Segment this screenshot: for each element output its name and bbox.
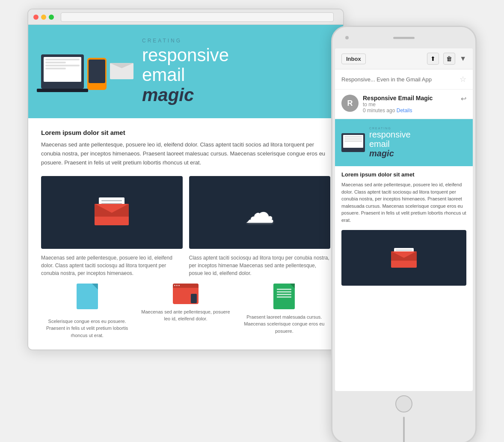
phone-title-magic: magic	[369, 149, 394, 158]
browser-phone	[191, 294, 197, 303]
phone-screen-line	[344, 136, 362, 137]
scene: CREATING responsive email magic Lorem ip…	[27, 9, 477, 442]
letter-line	[101, 200, 122, 201]
reply-icon[interactable]: ↩	[461, 95, 466, 103]
star-button[interactable]: ☆	[460, 75, 466, 84]
gmail-toolbar: Inbox ⬆ 🗑 ▼	[335, 48, 473, 69]
browser-dot-green[interactable]	[49, 15, 54, 20]
browser-dot-yellow[interactable]	[41, 15, 46, 20]
three-item-1: Scelerisque congue eros eu posuere. Prae…	[41, 284, 133, 339]
delete-icon: 🗑	[446, 55, 452, 62]
sender-to: to me	[363, 102, 457, 108]
email-sender-row: R Responsive Email Magic to me 0 minutes…	[335, 90, 473, 119]
phone-email-body: Lorem ipsum dolor sit amet Maecenas sed …	[335, 166, 473, 295]
phone-creating-label: CREATING	[369, 127, 466, 130]
section1-title: Lorem ipsum dolor sit amet	[41, 129, 330, 136]
three-col-section: Scelerisque congue eros eu posuere. Prae…	[41, 284, 330, 339]
home-button[interactable]	[395, 395, 412, 412]
screen-line	[45, 65, 80, 66]
col2-text: Class aptent taciti sociosqu ad litora t…	[189, 254, 331, 277]
gdoc-line	[277, 289, 291, 290]
screen-line	[45, 59, 80, 60]
device-phone	[87, 58, 107, 90]
small-envelope-icon	[391, 248, 417, 268]
three-item-2: Maecenas sed ante pellentesque, posuere …	[139, 284, 231, 339]
phone-title-email: email	[369, 139, 466, 149]
desktop-browser: CREATING responsive email magic Lorem ip…	[27, 9, 344, 350]
hero-title-email: email	[142, 65, 330, 85]
gdoc-icon	[273, 284, 295, 309]
laptop-screen	[44, 57, 81, 82]
item1-text: Scelerisque congue eros eu posuere. Prae…	[41, 318, 133, 339]
device-envelope	[110, 63, 133, 80]
phone-screen-line	[344, 138, 362, 140]
sender-info: Responsive Email Magic to me 0 minutes a…	[363, 95, 457, 113]
phone-img-block	[341, 230, 466, 286]
col2-image: ☁	[189, 176, 331, 249]
phone-camera	[345, 36, 349, 39]
section1-paragraph: Maecenas sed ante pellentesque, posuere …	[41, 140, 330, 167]
phone-mockup: Inbox ⬆ 🗑 ▼ Responsive... Even in the Gm…	[331, 26, 477, 442]
sender-name: Responsive Email Magic	[363, 95, 457, 102]
sender-avatar: R	[341, 95, 359, 112]
browser-titlebar	[28, 9, 343, 25]
envelope-body	[95, 204, 129, 225]
email-hero: CREATING responsive email magic	[28, 25, 343, 118]
delete-button[interactable]: 🗑	[443, 53, 455, 65]
mini-dot	[178, 285, 180, 286]
phone-hero-text: CREATING responsive email magic	[369, 127, 466, 158]
phone-top-bar	[332, 27, 475, 48]
doc-body	[77, 284, 98, 309]
inbox-badge[interactable]: Inbox	[341, 54, 366, 64]
phone-screen: Inbox ⬆ 🗑 ▼ Responsive... Even in the Gm…	[335, 48, 473, 391]
doc-icon	[74, 284, 100, 314]
phone-hero-devices	[341, 133, 365, 152]
phone-device-laptop	[341, 133, 365, 152]
hero-devices	[41, 54, 133, 90]
mini-dot	[174, 285, 175, 286]
hero-title: responsive email magic	[142, 45, 330, 105]
archive-icon: ⬆	[430, 55, 436, 62]
hero-title-magic: magic	[142, 85, 194, 105]
details-link[interactable]: Details	[397, 108, 412, 113]
email-subject-bar: Responsive... Even in the Gmail App ☆	[335, 69, 473, 90]
doc-corner	[92, 284, 98, 290]
device-laptop	[41, 54, 84, 89]
gdoc-corner	[290, 284, 295, 289]
envelope-flap	[110, 63, 133, 72]
small-letter-line	[396, 250, 412, 251]
hero-text: CREATING responsive email magic	[142, 38, 330, 105]
more-options-button[interactable]: ▼	[460, 55, 466, 63]
phone-laptop-screen	[343, 135, 363, 148]
envelope-icon	[95, 200, 129, 225]
email-content: CREATING responsive email magic Lorem ip…	[28, 25, 343, 349]
envelope-flap	[95, 204, 129, 217]
phone-section-title: Lorem ipsum dolor sit amet	[341, 171, 466, 178]
browser-bar	[173, 284, 199, 288]
small-env-body	[391, 251, 417, 268]
browser-small-icon	[173, 284, 199, 304]
col1-text: Maecenas sed ante pellentesque, posuere …	[41, 254, 183, 277]
phone-title-responsive: responsive	[369, 130, 466, 139]
hero-title-responsive: responsive	[142, 45, 330, 65]
gdoc-line	[277, 294, 291, 295]
archive-button[interactable]: ⬆	[427, 53, 439, 65]
hero-creating-label: CREATING	[142, 38, 330, 44]
phone-hero-title: responsive email magic	[369, 130, 466, 158]
phone-speaker	[393, 37, 415, 39]
item3-text: Praesent laoreet malesuada cursus. Maece…	[238, 314, 330, 335]
screen-line	[45, 68, 66, 69]
gdoc-line	[277, 291, 291, 293]
three-item-3: Praesent laoreet malesuada cursus. Maece…	[238, 284, 330, 339]
email-body: Lorem ipsum dolor sit amet Maecenas sed …	[28, 118, 343, 349]
envelope-body	[110, 63, 133, 79]
browser-dot-red[interactable]	[33, 15, 39, 20]
phone-screen-mini	[89, 60, 105, 83]
item2-text: Maecenas sed ante pellentesque, posuere …	[139, 308, 231, 323]
small-env-flap	[391, 251, 417, 261]
browser-url-bar[interactable]	[61, 12, 334, 22]
screen-line	[45, 62, 66, 63]
email-col-2: ☁ Class aptent taciti sociosqu ad litora…	[189, 176, 331, 277]
col1-image	[41, 176, 183, 249]
phone-email-hero: CREATING responsive email magic	[335, 119, 473, 166]
